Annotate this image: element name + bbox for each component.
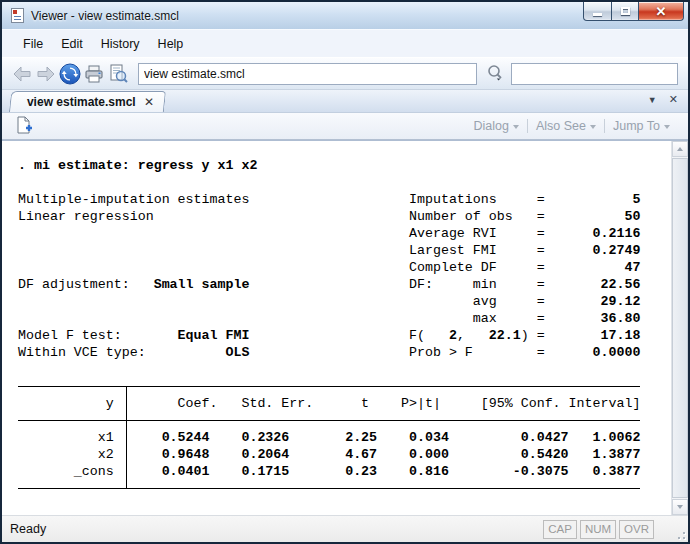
menu-item-history[interactable]: History (92, 33, 149, 55)
console-line: _cons 0.0401 0.1715 0.23 0.816 -0.3075 0… (18, 463, 671, 480)
print-icon (84, 64, 104, 84)
search-icon (486, 64, 504, 84)
chevron-down-icon (590, 125, 596, 129)
console-line (18, 361, 671, 378)
console-line (18, 174, 671, 191)
table-rule (18, 480, 671, 497)
console-line: Complete DF = 47 (18, 259, 671, 276)
tab-label: view estimate.smcl (27, 95, 136, 109)
scroll-up-button[interactable] (672, 141, 688, 157)
print-button[interactable] (82, 61, 106, 87)
viewer-toolbar: DialogAlso SeeJump To (2, 113, 688, 140)
address-input[interactable] (138, 63, 477, 85)
keyboard-indicators: CAPNUMOVR (543, 520, 654, 539)
title-bar[interactable]: Viewer - view estimate.smcl ✕ (2, 2, 688, 29)
search-button[interactable] (483, 61, 507, 87)
scroll-down-button[interactable] (672, 499, 688, 515)
console-line: Model F test: Equal FMI F( 2, 22.1) = 17… (18, 327, 671, 344)
jump-to-dropdown[interactable]: Jump To (605, 119, 678, 133)
minimize-icon (593, 13, 602, 16)
preview-icon (108, 64, 128, 84)
tab-bar-controls: ▼ ✕ (648, 93, 678, 106)
table-divider-line (126, 386, 127, 489)
console-line: Linear regression Number of obs = 50 (18, 208, 671, 225)
vertical-scrollbar[interactable] (671, 141, 688, 515)
back-button[interactable] (10, 61, 34, 87)
refresh-button[interactable] (58, 61, 82, 87)
console-line: . mi estimate: regress y x1 x2 (18, 157, 671, 174)
indicator-num: NUM (580, 520, 616, 539)
close-button[interactable]: ✕ (639, 2, 684, 21)
forward-button[interactable] (34, 61, 58, 87)
window-title: Viewer - view estimate.smcl (31, 9, 179, 23)
view-source-button[interactable] (106, 61, 130, 87)
console-line: Largest FMI = 0.2749 (18, 242, 671, 259)
console-line: Within VCE type: OLS Prob > F = 0.0000 (18, 344, 671, 361)
viewer-menu-group: DialogAlso SeeJump To (466, 119, 678, 133)
search-input[interactable] (511, 63, 678, 85)
tab-view-estimate[interactable]: view estimate.smcl ✕ (9, 91, 166, 112)
tab-bar: view estimate.smcl ✕ ▼ ✕ (2, 90, 688, 113)
scroll-up-icon (677, 147, 683, 151)
tab-close-icon[interactable]: ✕ (144, 96, 154, 108)
status-message: Ready (10, 522, 46, 536)
chevron-down-icon (513, 125, 519, 129)
status-bar: Ready CAPNUMOVR (2, 515, 688, 542)
console-line: DF adjustment: Small sample DF: min = 22… (18, 276, 671, 293)
tab-list-dropdown-icon[interactable]: ▼ (648, 95, 657, 105)
also-see-dropdown[interactable]: Also See (528, 119, 604, 133)
new-document-icon (15, 116, 33, 136)
console-line: y Coef. Std. Err. t P>|t| [95% Conf. Int… (18, 395, 671, 412)
close-icon: ✕ (656, 3, 667, 20)
viewer-window: Viewer - view estimate.smcl ✕ FileEditHi… (0, 0, 690, 544)
menu-item-file[interactable]: File (14, 33, 52, 55)
console-line: Multiple-imputation estimates Imputation… (18, 191, 671, 208)
tab-bar-close-icon[interactable]: ✕ (669, 93, 678, 106)
main-toolbar (2, 57, 688, 90)
minimize-button[interactable] (583, 2, 612, 21)
console-line: Average RVI = 0.2116 (18, 225, 671, 242)
console-output: . mi estimate: regress y x1 x2Multiple-i… (2, 141, 671, 515)
dialog-dropdown[interactable]: Dialog (466, 119, 527, 133)
console-line: x1 0.5244 0.2326 2.25 0.034 0.0427 1.006… (18, 429, 671, 446)
back-icon (12, 66, 32, 82)
indicator-cap: CAP (543, 520, 577, 539)
menu-item-edit[interactable]: Edit (52, 33, 92, 55)
forward-icon (36, 66, 56, 82)
console-line: max = 36.80 (18, 310, 671, 327)
menu-bar: FileEditHistoryHelp (2, 29, 688, 57)
chevron-down-icon (664, 125, 670, 129)
search-area (483, 61, 680, 87)
dropdown-label: Jump To (613, 119, 660, 133)
maximize-button[interactable] (612, 2, 639, 21)
table-rule (18, 412, 671, 429)
dropdown-label: Also See (536, 119, 586, 133)
scroll-down-icon (677, 505, 683, 509)
resize-grip[interactable] (673, 527, 685, 539)
viewer-content: . mi estimate: regress y x1 x2Multiple-i… (2, 140, 688, 515)
menu-item-help[interactable]: Help (149, 33, 193, 55)
scrollbar-thumb[interactable] (672, 158, 688, 498)
dropdown-label: Dialog (474, 119, 509, 133)
indicator-ovr: OVR (619, 520, 654, 539)
maximize-icon (621, 7, 630, 15)
viewer-app-icon (11, 8, 24, 23)
refresh-icon (59, 63, 81, 85)
table-rule (18, 378, 671, 395)
console-line: avg = 29.12 (18, 293, 671, 310)
new-tab-button[interactable] (12, 113, 36, 139)
caption-buttons: ✕ (583, 2, 684, 21)
console-line: x2 0.9648 0.2064 4.67 0.000 0.5420 1.387… (18, 446, 671, 463)
